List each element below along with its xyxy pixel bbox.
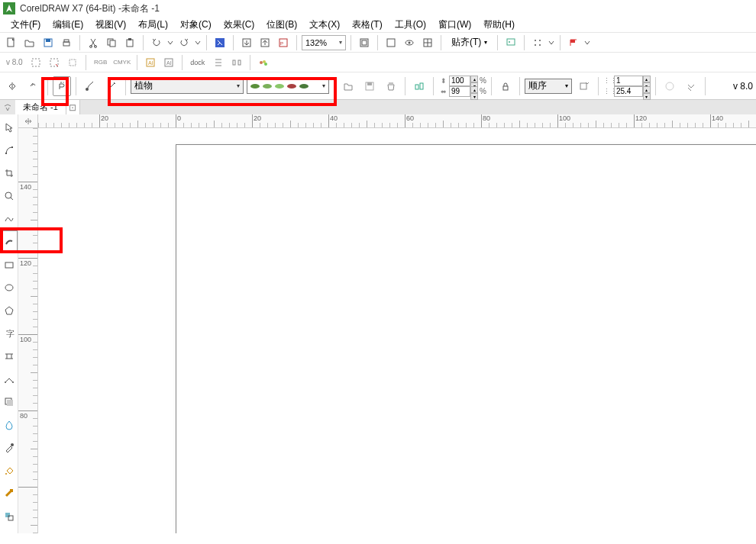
menu-object[interactable]: 对象(C) [174,17,218,33]
folder-button[interactable] [339,76,357,96]
brush-button-2[interactable] [102,76,121,96]
sec-btn-2[interactable] [46,54,63,71]
menu-edit[interactable]: 编辑(E) [47,17,89,33]
align-button[interactable] [210,54,227,71]
zoom-tool[interactable] [1,185,18,208]
redo-more-icon[interactable] [194,34,202,51]
mirror-h-button[interactable] [3,76,21,96]
ai-icon-button[interactable]: AI [142,54,159,71]
welcome-button[interactable] [565,34,582,51]
outline-tool[interactable] [1,482,18,505]
zoom-combo[interactable]: 132% ▾ [302,35,346,50]
save-button[interactable] [40,34,57,51]
menu-file[interactable]: 文件(F) [5,17,47,33]
menu-table[interactable]: 表格(T) [346,17,388,33]
dock-text-button[interactable]: dock [187,54,208,71]
category-dropdown[interactable]: 植物 ▾ [131,79,244,94]
publish-pdf-button[interactable]: P [275,34,292,51]
eyedropper-tool[interactable] [1,436,18,459]
options-button[interactable] [502,34,519,51]
save-preset-button[interactable] [360,76,379,96]
show-guides-button[interactable] [419,34,436,51]
horizontal-ruler[interactable]: 20020406080100120140 [38,114,756,128]
undo-more-icon[interactable] [166,34,174,51]
spacing-spinner[interactable]: ▴▾ [643,86,651,97]
document-tab[interactable]: 未命名 -1 [15,100,66,115]
menu-effect[interactable]: 效果(C) [218,17,261,33]
cmyk-text-icon[interactable]: CMYK [112,54,132,71]
smart-fill-tool[interactable] [1,505,18,528]
snap-dropdown[interactable]: 贴齐(T) ▾ [446,35,493,50]
fullscreen-button[interactable] [356,34,373,51]
menu-bitmap[interactable]: 位图(B) [260,17,303,33]
ai-icon-button-2[interactable]: AI [160,54,177,71]
order-dropdown[interactable]: 顺序 ▾ [525,79,572,94]
search-button[interactable] [212,34,228,51]
parallel-dim-tool[interactable] [1,345,18,368]
menu-window[interactable]: 窗口(W) [432,17,477,33]
mirror-v-button[interactable] [24,76,43,96]
rgb-text-icon[interactable]: RGB [91,54,111,71]
menu-tools[interactable]: 工具(O) [389,17,432,33]
count-value[interactable]: 1 [614,76,643,86]
import-button[interactable] [238,34,255,51]
copy-button[interactable] [103,34,120,51]
menu-view[interactable]: 视图(V) [89,17,132,33]
cut-button[interactable] [85,34,102,51]
launcher-more-icon[interactable] [548,34,555,51]
delete-preset-button[interactable] [382,76,400,96]
pick-tool[interactable] [1,116,18,139]
add-to-list-button[interactable] [575,76,593,96]
redo-button[interactable] [176,34,192,51]
opacity-spinner[interactable]: ▴▾ [470,86,478,97]
overflow-button[interactable] [682,76,700,96]
menu-layout[interactable]: 布局(L) [132,17,174,33]
menu-text[interactable]: 文本(X) [303,17,346,33]
brush-button-1[interactable] [81,76,99,96]
polygon-tool[interactable] [1,299,18,322]
rotate-button[interactable] [661,76,679,96]
stroke-style-dropdown[interactable]: ▾ [247,79,329,94]
rectangle-tool[interactable] [1,253,18,276]
spacing-value[interactable]: 25.4 [614,86,643,97]
distribute-button[interactable] [228,54,245,71]
svg-rect-22 [507,39,515,45]
sec-btn-1[interactable] [27,54,44,71]
open-button[interactable] [21,34,38,51]
size-value[interactable]: 100 [449,76,470,86]
sec-btn-3[interactable] [64,54,81,71]
edit-spray-button[interactable] [410,76,428,96]
crop-tool[interactable] [1,162,18,185]
app-launcher-button[interactable] [529,34,546,51]
shape-tool[interactable] [1,139,18,162]
size-spinner[interactable]: ▴▾ [470,76,478,86]
lock-button[interactable] [496,76,515,96]
paste-button[interactable] [121,34,138,51]
undo-button[interactable] [148,34,165,51]
opacity-value[interactable]: 99 [449,86,470,97]
show-grid-button[interactable] [401,34,418,51]
canvas[interactable] [38,128,756,533]
vertical-ruler[interactable]: 14012010080 [18,128,38,533]
welcome-more-icon[interactable] [583,34,591,51]
chevron-down-icon: ▾ [237,82,240,89]
ellipse-tool[interactable] [1,276,18,299]
print-button[interactable] [58,34,75,51]
tab-arrow-icon[interactable] [0,100,15,115]
show-rulers-button[interactable] [383,34,399,51]
export-button[interactable] [257,34,273,51]
freehand-tool[interactable] [1,208,18,230]
new-button[interactable] [3,34,20,51]
connector-tool[interactable] [1,368,18,391]
ruler-origin[interactable] [18,114,38,128]
transparency-tool[interactable] [1,414,18,436]
fill-tool[interactable] [1,459,18,482]
extra-button[interactable] [255,54,272,71]
menu-help[interactable]: 帮助(H) [477,17,521,33]
artistic-media-tool[interactable] [1,230,18,253]
text-tool[interactable]: 字 [1,322,18,345]
count-spinner[interactable]: ▴▾ [643,76,651,86]
drop-shadow-tool[interactable] [1,391,18,414]
doc-tab-close-icon[interactable]: ⊡ [66,100,80,115]
spray-list-button[interactable] [53,76,71,96]
